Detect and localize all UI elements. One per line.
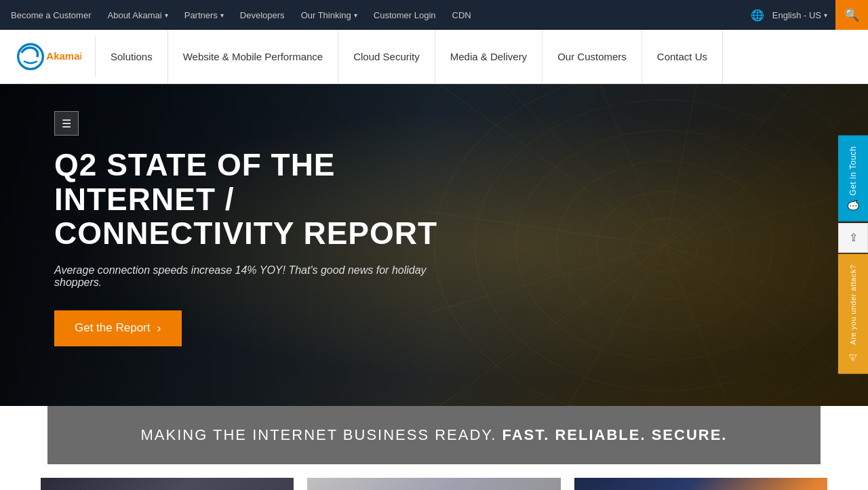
partners-link[interactable]: Partners ▾ [184, 10, 224, 20]
hero-subtitle: Average connection speeds increase 14% Y… [54, 264, 454, 289]
banner-text-bold: FAST. RELIABLE. SECURE. [502, 426, 727, 443]
banner-text-regular: MAKING THE INTERNET BUSINESS READY. [141, 426, 497, 443]
chat-icon: 💬 [848, 199, 859, 211]
our-customers-nav-item[interactable]: Our Customers [542, 30, 642, 83]
hamburger-icon: ☰ [62, 117, 71, 130]
card-developer[interactable]: DEVELOPER [574, 478, 827, 490]
about-chevron-icon: ▾ [165, 12, 168, 19]
media-delivery-nav-item[interactable]: Media & Delivery [435, 30, 542, 83]
cdn-link[interactable]: CDN [452, 10, 471, 20]
website-mobile-nav-item[interactable]: Website & Mobile Performance [168, 30, 338, 83]
partners-chevron-icon: ▾ [220, 12, 224, 19]
logo-area: Akamai [14, 37, 96, 77]
get-in-touch-button[interactable]: 💬 Get in Touch [838, 136, 868, 222]
cloud-security-nav-item[interactable]: Cloud Security [338, 30, 435, 83]
search-button[interactable]: 🔍 [835, 0, 868, 30]
share-icon: ⇪ [849, 231, 858, 244]
under-attack-button[interactable]: ⚠ Are you under attack? [838, 254, 868, 374]
banner-section: MAKING THE INTERNET BUSINESS READY. FAST… [0, 406, 868, 464]
our-thinking-link[interactable]: Our Thinking ▾ [301, 10, 357, 20]
hero-title: Q2 STATE OF THE INTERNET / CONNECTIVITY … [54, 148, 454, 251]
top-bar: Become a Customer About Akamai ▾ Partner… [0, 0, 868, 30]
card-laptop[interactable] [41, 478, 294, 490]
our-thinking-chevron-icon: ▾ [354, 12, 357, 19]
attack-label: Are you under attack? [849, 265, 857, 345]
cta-label: Get the Report [75, 321, 151, 335]
customer-login-link[interactable]: Customer Login [374, 10, 436, 20]
banner-box: MAKING THE INTERNET BUSINESS READY. FAST… [47, 406, 821, 464]
top-bar-left: Become a Customer About Akamai ▾ Partner… [11, 10, 751, 20]
main-nav: Akamai Solutions Website & Mobile Perfor… [0, 30, 868, 84]
svg-text:Akamai: Akamai [46, 49, 81, 61]
get-in-touch-label: Get in Touch [848, 146, 858, 196]
hero-menu-icon[interactable]: ☰ [54, 111, 79, 136]
right-sidebar: 💬 Get in Touch ⇪ ⚠ Are you under attack? [838, 136, 868, 373]
card-phone[interactable] [307, 478, 560, 490]
cards-section: DEVELOPER [0, 464, 868, 490]
alert-icon: ⚠ [848, 352, 859, 363]
globe-icon: 🌐 [751, 9, 764, 22]
become-customer-link[interactable]: Become a Customer [11, 10, 92, 20]
solutions-nav-item[interactable]: Solutions [96, 30, 168, 83]
lang-chevron-icon: ▾ [824, 12, 827, 19]
get-report-button[interactable]: Get the Report › [54, 310, 182, 346]
contact-us-nav-item[interactable]: Contact Us [642, 30, 723, 83]
language-selector[interactable]: English - US ▾ [772, 10, 827, 20]
hero-content: ☰ Q2 STATE OF THE INTERNET / CONNECTIVIT… [0, 84, 509, 373]
developers-link[interactable]: Developers [240, 10, 285, 20]
cta-arrow-icon: › [157, 321, 161, 335]
hero-section: ☰ Q2 STATE OF THE INTERNET / CONNECTIVIT… [0, 84, 868, 406]
akamai-logo[interactable]: Akamai [14, 40, 81, 74]
share-button[interactable]: ⇪ [838, 223, 868, 253]
nav-items: Solutions Website & Mobile Performance C… [96, 30, 723, 83]
top-bar-right: 🌐 English - US ▾ 🔍 [751, 0, 857, 30]
about-akamai-link[interactable]: About Akamai ▾ [108, 10, 168, 20]
search-icon: 🔍 [844, 7, 859, 22]
